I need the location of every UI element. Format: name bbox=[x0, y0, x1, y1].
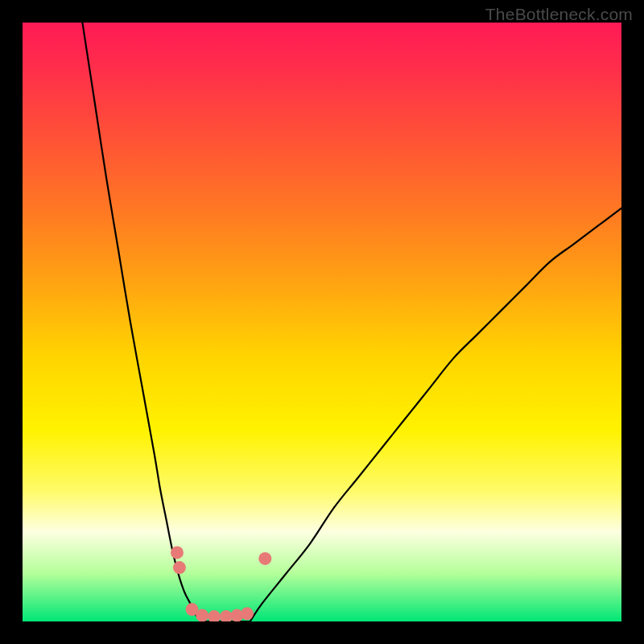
chart-frame: TheBottleneck.com bbox=[0, 0, 644, 644]
bottleneck-curve bbox=[82, 23, 621, 621]
marker-dot bbox=[196, 609, 208, 621]
curve-layer bbox=[23, 23, 621, 621]
marker-dot bbox=[241, 607, 254, 620]
watermark-text: TheBottleneck.com bbox=[485, 5, 633, 24]
marker-dot bbox=[173, 561, 186, 574]
marker-dot bbox=[258, 552, 271, 565]
marker-dot bbox=[208, 610, 221, 621]
marker-dot bbox=[171, 546, 184, 559]
plot-area bbox=[23, 23, 621, 621]
